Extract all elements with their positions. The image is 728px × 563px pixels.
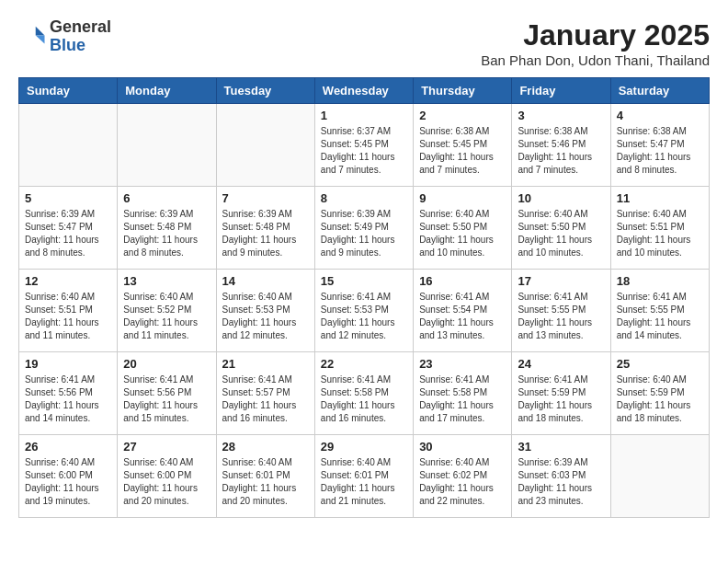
day-info: Sunrise: 6:39 AM Sunset: 5:47 PM Dayligh…	[25, 208, 111, 259]
day-number: 15	[321, 274, 407, 288]
day-info: Sunrise: 6:39 AM Sunset: 5:49 PM Dayligh…	[321, 208, 407, 259]
day-info: Sunrise: 6:40 AM Sunset: 6:01 PM Dayligh…	[321, 456, 407, 508]
calendar-cell	[118, 104, 216, 187]
day-info: Sunrise: 6:40 AM Sunset: 6:00 PM Dayligh…	[25, 456, 111, 508]
day-info: Sunrise: 6:41 AM Sunset: 5:59 PM Dayligh…	[518, 373, 604, 425]
calendar-cell: 11Sunrise: 6:40 AM Sunset: 5:51 PM Dayli…	[610, 187, 709, 270]
svg-marker-1	[36, 35, 45, 43]
day-info: Sunrise: 6:41 AM Sunset: 5:53 PM Dayligh…	[321, 291, 407, 342]
day-number: 8	[321, 191, 407, 205]
calendar-cell: 14Sunrise: 6:40 AM Sunset: 5:53 PM Dayli…	[216, 270, 314, 352]
calendar-cell	[19, 104, 118, 187]
day-number: 9	[419, 191, 506, 205]
day-info: Sunrise: 6:41 AM Sunset: 5:56 PM Dayligh…	[25, 373, 111, 425]
day-number: 25	[617, 357, 703, 371]
calendar-cell: 5Sunrise: 6:39 AM Sunset: 5:47 PM Daylig…	[19, 187, 118, 270]
calendar-cell: 20Sunrise: 6:41 AM Sunset: 5:56 PM Dayli…	[118, 352, 216, 435]
day-info: Sunrise: 6:41 AM Sunset: 5:56 PM Dayligh…	[123, 373, 210, 425]
calendar-week-row: 19Sunrise: 6:41 AM Sunset: 5:56 PM Dayli…	[19, 352, 710, 435]
day-number: 7	[222, 191, 309, 205]
day-info: Sunrise: 6:38 AM Sunset: 5:45 PM Dayligh…	[419, 125, 506, 177]
calendar-cell: 23Sunrise: 6:41 AM Sunset: 5:58 PM Dayli…	[414, 352, 512, 435]
day-number: 26	[25, 440, 111, 454]
day-info: Sunrise: 6:41 AM Sunset: 5:58 PM Dayligh…	[321, 373, 407, 425]
calendar-cell: 2Sunrise: 6:38 AM Sunset: 5:45 PM Daylig…	[414, 104, 512, 187]
calendar-cell: 15Sunrise: 6:41 AM Sunset: 5:53 PM Dayli…	[314, 270, 413, 352]
calendar-week-row: 12Sunrise: 6:40 AM Sunset: 5:51 PM Dayli…	[19, 270, 710, 352]
calendar-week-row: 26Sunrise: 6:40 AM Sunset: 6:00 PM Dayli…	[19, 435, 710, 518]
day-number: 18	[617, 274, 703, 288]
day-info: Sunrise: 6:41 AM Sunset: 5:55 PM Dayligh…	[617, 291, 703, 342]
logo-text: General Blue	[50, 18, 111, 55]
day-number: 23	[419, 357, 506, 371]
day-number: 27	[123, 440, 210, 454]
day-info: Sunrise: 6:38 AM Sunset: 5:46 PM Dayligh…	[518, 125, 604, 177]
title-section: January 2025 Ban Phan Don, Udon Thani, T…	[481, 18, 710, 68]
calendar-cell: 31Sunrise: 6:39 AM Sunset: 6:03 PM Dayli…	[512, 435, 610, 518]
header-saturday: Saturday	[610, 78, 709, 104]
calendar-subtitle: Ban Phan Don, Udon Thani, Thailand	[481, 52, 710, 68]
day-info: Sunrise: 6:39 AM Sunset: 5:48 PM Dayligh…	[222, 208, 309, 259]
calendar-cell: 24Sunrise: 6:41 AM Sunset: 5:59 PM Dayli…	[512, 352, 610, 435]
day-number: 6	[123, 191, 210, 205]
day-number: 19	[25, 357, 111, 371]
calendar-cell: 29Sunrise: 6:40 AM Sunset: 6:01 PM Dayli…	[314, 435, 413, 518]
day-number: 1	[321, 109, 407, 122]
day-number: 11	[617, 191, 703, 205]
header-tuesday: Tuesday	[216, 78, 314, 104]
day-number: 4	[617, 109, 703, 122]
day-number: 28	[222, 440, 309, 454]
header-thursday: Thursday	[414, 78, 512, 104]
header-monday: Monday	[118, 78, 216, 104]
page-header: General Blue January 2025 Ban Phan Don, …	[18, 18, 710, 68]
calendar-cell: 12Sunrise: 6:40 AM Sunset: 5:51 PM Dayli…	[19, 270, 118, 352]
day-info: Sunrise: 6:41 AM Sunset: 5:55 PM Dayligh…	[518, 291, 604, 342]
calendar-cell: 22Sunrise: 6:41 AM Sunset: 5:58 PM Dayli…	[314, 352, 413, 435]
calendar-cell: 6Sunrise: 6:39 AM Sunset: 5:48 PM Daylig…	[118, 187, 216, 270]
day-info: Sunrise: 6:40 AM Sunset: 6:01 PM Dayligh…	[222, 456, 309, 508]
calendar-cell: 8Sunrise: 6:39 AM Sunset: 5:49 PM Daylig…	[314, 187, 413, 270]
day-number: 12	[25, 274, 111, 288]
calendar-cell: 30Sunrise: 6:40 AM Sunset: 6:02 PM Dayli…	[414, 435, 512, 518]
calendar-week-row: 5Sunrise: 6:39 AM Sunset: 5:47 PM Daylig…	[19, 187, 710, 270]
calendar-cell: 28Sunrise: 6:40 AM Sunset: 6:01 PM Dayli…	[216, 435, 314, 518]
calendar-cell: 19Sunrise: 6:41 AM Sunset: 5:56 PM Dayli…	[19, 352, 118, 435]
day-info: Sunrise: 6:40 AM Sunset: 5:59 PM Dayligh…	[617, 373, 703, 425]
day-info: Sunrise: 6:37 AM Sunset: 5:45 PM Dayligh…	[321, 125, 407, 177]
day-number: 24	[518, 357, 604, 371]
day-info: Sunrise: 6:40 AM Sunset: 5:51 PM Dayligh…	[25, 291, 111, 342]
calendar-table: Sunday Monday Tuesday Wednesday Thursday…	[18, 77, 710, 518]
day-info: Sunrise: 6:40 AM Sunset: 5:50 PM Dayligh…	[518, 208, 604, 259]
day-number: 20	[123, 357, 210, 371]
calendar-cell: 18Sunrise: 6:41 AM Sunset: 5:55 PM Dayli…	[610, 270, 709, 352]
calendar-cell: 25Sunrise: 6:40 AM Sunset: 5:59 PM Dayli…	[610, 352, 709, 435]
day-number: 10	[518, 191, 604, 205]
calendar-cell: 10Sunrise: 6:40 AM Sunset: 5:50 PM Dayli…	[512, 187, 610, 270]
svg-marker-0	[36, 27, 45, 36]
day-number: 14	[222, 274, 309, 288]
logo: General Blue	[18, 18, 111, 55]
day-number: 22	[321, 357, 407, 371]
day-info: Sunrise: 6:41 AM Sunset: 5:54 PM Dayligh…	[419, 291, 506, 342]
day-number: 21	[222, 357, 309, 371]
day-number: 30	[419, 440, 506, 454]
day-info: Sunrise: 6:40 AM Sunset: 6:02 PM Dayligh…	[419, 456, 506, 508]
logo-icon	[18, 23, 46, 51]
calendar-cell: 9Sunrise: 6:40 AM Sunset: 5:50 PM Daylig…	[414, 187, 512, 270]
calendar-title: January 2025	[481, 18, 710, 52]
day-number: 29	[321, 440, 407, 454]
day-info: Sunrise: 6:39 AM Sunset: 5:48 PM Dayligh…	[123, 208, 210, 259]
calendar-cell: 13Sunrise: 6:40 AM Sunset: 5:52 PM Dayli…	[118, 270, 216, 352]
calendar-cell: 21Sunrise: 6:41 AM Sunset: 5:57 PM Dayli…	[216, 352, 314, 435]
day-info: Sunrise: 6:41 AM Sunset: 5:58 PM Dayligh…	[419, 373, 506, 425]
day-number: 2	[419, 109, 506, 122]
day-number: 16	[419, 274, 506, 288]
day-number: 17	[518, 274, 604, 288]
weekday-header-row: Sunday Monday Tuesday Wednesday Thursday…	[19, 78, 710, 104]
day-info: Sunrise: 6:40 AM Sunset: 5:53 PM Dayligh…	[222, 291, 309, 342]
day-number: 5	[25, 191, 111, 205]
calendar-cell: 4Sunrise: 6:38 AM Sunset: 5:47 PM Daylig…	[610, 104, 709, 187]
calendar-cell: 1Sunrise: 6:37 AM Sunset: 5:45 PM Daylig…	[314, 104, 413, 187]
day-info: Sunrise: 6:40 AM Sunset: 5:52 PM Dayligh…	[123, 291, 210, 342]
calendar-week-row: 1Sunrise: 6:37 AM Sunset: 5:45 PM Daylig…	[19, 104, 710, 187]
